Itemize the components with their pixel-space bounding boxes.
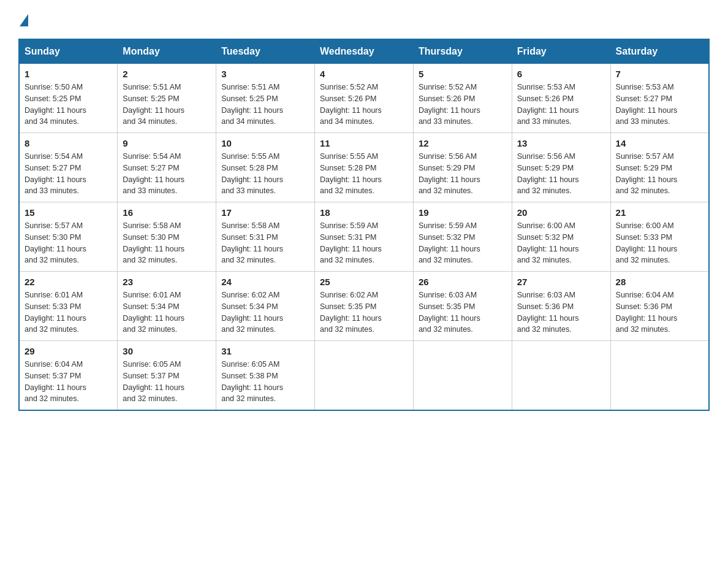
day-number: 10: [221, 138, 309, 148]
day-info: Sunrise: 5:58 AM Sunset: 5:31 PM Dayligh…: [221, 220, 309, 266]
day-number: 11: [320, 138, 408, 148]
calendar-cell: 18 Sunrise: 5:59 AM Sunset: 5:31 PM Dayl…: [315, 202, 414, 272]
day-info: Sunrise: 6:00 AM Sunset: 5:33 PM Dayligh…: [616, 220, 703, 266]
day-info: Sunrise: 6:04 AM Sunset: 5:37 PM Dayligh…: [25, 359, 112, 405]
day-number: 30: [123, 346, 211, 356]
calendar-cell: 25 Sunrise: 6:02 AM Sunset: 5:35 PM Dayl…: [315, 272, 414, 341]
day-info: Sunrise: 5:59 AM Sunset: 5:32 PM Dayligh…: [419, 220, 507, 266]
calendar-week-4: 22 Sunrise: 6:01 AM Sunset: 5:33 PM Dayl…: [19, 272, 709, 341]
day-info: Sunrise: 5:55 AM Sunset: 5:28 PM Dayligh…: [320, 151, 408, 197]
calendar-cell: 19 Sunrise: 5:59 AM Sunset: 5:32 PM Dayl…: [413, 202, 512, 272]
calendar-header-row: SundayMondayTuesdayWednesdayThursdayFrid…: [19, 39, 709, 64]
day-number: 4: [320, 69, 408, 79]
day-info: Sunrise: 6:01 AM Sunset: 5:34 PM Dayligh…: [123, 289, 211, 335]
calendar-cell: 8 Sunrise: 5:54 AM Sunset: 5:27 PM Dayli…: [19, 133, 118, 202]
calendar-cell: [413, 341, 512, 411]
calendar-week-5: 29 Sunrise: 6:04 AM Sunset: 5:37 PM Dayl…: [19, 341, 709, 411]
day-number: 5: [419, 69, 507, 79]
day-number: 26: [419, 277, 507, 287]
calendar-cell: [512, 341, 610, 411]
day-info: Sunrise: 6:03 AM Sunset: 5:35 PM Dayligh…: [419, 289, 507, 335]
day-info: Sunrise: 5:52 AM Sunset: 5:26 PM Dayligh…: [320, 82, 408, 128]
day-number: 28: [616, 277, 703, 287]
calendar-cell: 27 Sunrise: 6:03 AM Sunset: 5:36 PM Dayl…: [512, 272, 610, 341]
calendar-cell: 14 Sunrise: 5:57 AM Sunset: 5:29 PM Dayl…: [610, 133, 709, 202]
day-number: 29: [25, 346, 112, 356]
calendar-cell: 26 Sunrise: 6:03 AM Sunset: 5:35 PM Dayl…: [413, 272, 512, 341]
day-info: Sunrise: 5:51 AM Sunset: 5:25 PM Dayligh…: [221, 82, 309, 128]
header-friday: Friday: [512, 39, 610, 64]
day-info: Sunrise: 5:51 AM Sunset: 5:25 PM Dayligh…: [123, 82, 211, 128]
day-number: 15: [25, 207, 112, 218]
calendar-cell: 15 Sunrise: 5:57 AM Sunset: 5:30 PM Dayl…: [19, 202, 118, 272]
calendar-cell: 28 Sunrise: 6:04 AM Sunset: 5:36 PM Dayl…: [610, 272, 709, 341]
logo: [18, 12, 28, 26]
day-number: 31: [221, 346, 309, 356]
day-info: Sunrise: 6:05 AM Sunset: 5:38 PM Dayligh…: [221, 359, 309, 405]
header-monday: Monday: [118, 39, 216, 64]
day-info: Sunrise: 5:52 AM Sunset: 5:26 PM Dayligh…: [419, 82, 507, 128]
calendar-cell: [610, 341, 709, 411]
calendar-cell: 20 Sunrise: 6:00 AM Sunset: 5:32 PM Dayl…: [512, 202, 610, 272]
day-info: Sunrise: 6:05 AM Sunset: 5:37 PM Dayligh…: [123, 359, 211, 405]
header-saturday: Saturday: [610, 39, 709, 64]
calendar-week-1: 1 Sunrise: 5:50 AM Sunset: 5:25 PM Dayli…: [19, 64, 709, 133]
day-number: 18: [320, 207, 408, 218]
calendar-cell: 21 Sunrise: 6:00 AM Sunset: 5:33 PM Dayl…: [610, 202, 709, 272]
day-number: 3: [221, 69, 309, 79]
day-number: 17: [221, 207, 309, 218]
day-info: Sunrise: 6:03 AM Sunset: 5:36 PM Dayligh…: [517, 289, 605, 335]
day-number: 25: [320, 277, 408, 287]
day-number: 19: [419, 207, 507, 218]
calendar-cell: 12 Sunrise: 5:56 AM Sunset: 5:29 PM Dayl…: [413, 133, 512, 202]
day-info: Sunrise: 5:54 AM Sunset: 5:27 PM Dayligh…: [25, 151, 112, 197]
logo-triangle-icon: [20, 14, 28, 26]
day-info: Sunrise: 6:01 AM Sunset: 5:33 PM Dayligh…: [25, 289, 112, 335]
calendar-cell: 10 Sunrise: 5:55 AM Sunset: 5:28 PM Dayl…: [216, 133, 315, 202]
calendar-cell: 9 Sunrise: 5:54 AM Sunset: 5:27 PM Dayli…: [118, 133, 216, 202]
calendar-cell: 30 Sunrise: 6:05 AM Sunset: 5:37 PM Dayl…: [118, 341, 216, 411]
day-number: 20: [517, 207, 605, 218]
calendar-cell: 31 Sunrise: 6:05 AM Sunset: 5:38 PM Dayl…: [216, 341, 315, 411]
calendar-cell: 13 Sunrise: 5:56 AM Sunset: 5:29 PM Dayl…: [512, 133, 610, 202]
day-info: Sunrise: 5:58 AM Sunset: 5:30 PM Dayligh…: [123, 220, 211, 266]
calendar-cell: 3 Sunrise: 5:51 AM Sunset: 5:25 PM Dayli…: [216, 64, 315, 133]
calendar-cell: 7 Sunrise: 5:53 AM Sunset: 5:27 PM Dayli…: [610, 64, 709, 133]
calendar-week-3: 15 Sunrise: 5:57 AM Sunset: 5:30 PM Dayl…: [19, 202, 709, 272]
day-number: 16: [123, 207, 211, 218]
day-info: Sunrise: 6:04 AM Sunset: 5:36 PM Dayligh…: [616, 289, 703, 335]
calendar-cell: 11 Sunrise: 5:55 AM Sunset: 5:28 PM Dayl…: [315, 133, 414, 202]
day-info: Sunrise: 5:55 AM Sunset: 5:28 PM Dayligh…: [221, 151, 309, 197]
calendar-cell: 2 Sunrise: 5:51 AM Sunset: 5:25 PM Dayli…: [118, 64, 216, 133]
page-header: [18, 12, 710, 26]
calendar-cell: 29 Sunrise: 6:04 AM Sunset: 5:37 PM Dayl…: [19, 341, 118, 411]
day-number: 13: [517, 138, 605, 148]
day-number: 22: [25, 277, 112, 287]
calendar-cell: 17 Sunrise: 5:58 AM Sunset: 5:31 PM Dayl…: [216, 202, 315, 272]
calendar-cell: 1 Sunrise: 5:50 AM Sunset: 5:25 PM Dayli…: [19, 64, 118, 133]
calendar-cell: [315, 341, 414, 411]
header-tuesday: Tuesday: [216, 39, 315, 64]
day-number: 8: [25, 138, 112, 148]
day-info: Sunrise: 5:57 AM Sunset: 5:29 PM Dayligh…: [616, 151, 703, 197]
day-info: Sunrise: 5:53 AM Sunset: 5:27 PM Dayligh…: [616, 82, 703, 128]
calendar-cell: 23 Sunrise: 6:01 AM Sunset: 5:34 PM Dayl…: [118, 272, 216, 341]
day-number: 21: [616, 207, 703, 218]
day-number: 14: [616, 138, 703, 148]
calendar-week-2: 8 Sunrise: 5:54 AM Sunset: 5:27 PM Dayli…: [19, 133, 709, 202]
day-info: Sunrise: 5:53 AM Sunset: 5:26 PM Dayligh…: [517, 82, 605, 128]
calendar-cell: 16 Sunrise: 5:58 AM Sunset: 5:30 PM Dayl…: [118, 202, 216, 272]
day-number: 6: [517, 69, 605, 79]
header-wednesday: Wednesday: [315, 39, 414, 64]
calendar-cell: 6 Sunrise: 5:53 AM Sunset: 5:26 PM Dayli…: [512, 64, 610, 133]
calendar-cell: 24 Sunrise: 6:02 AM Sunset: 5:34 PM Dayl…: [216, 272, 315, 341]
calendar-cell: 22 Sunrise: 6:01 AM Sunset: 5:33 PM Dayl…: [19, 272, 118, 341]
day-info: Sunrise: 5:57 AM Sunset: 5:30 PM Dayligh…: [25, 220, 112, 266]
day-info: Sunrise: 5:56 AM Sunset: 5:29 PM Dayligh…: [517, 151, 605, 197]
day-number: 12: [419, 138, 507, 148]
day-number: 7: [616, 69, 703, 79]
day-number: 24: [221, 277, 309, 287]
day-info: Sunrise: 6:02 AM Sunset: 5:34 PM Dayligh…: [221, 289, 309, 335]
day-number: 2: [123, 69, 211, 79]
day-number: 27: [517, 277, 605, 287]
